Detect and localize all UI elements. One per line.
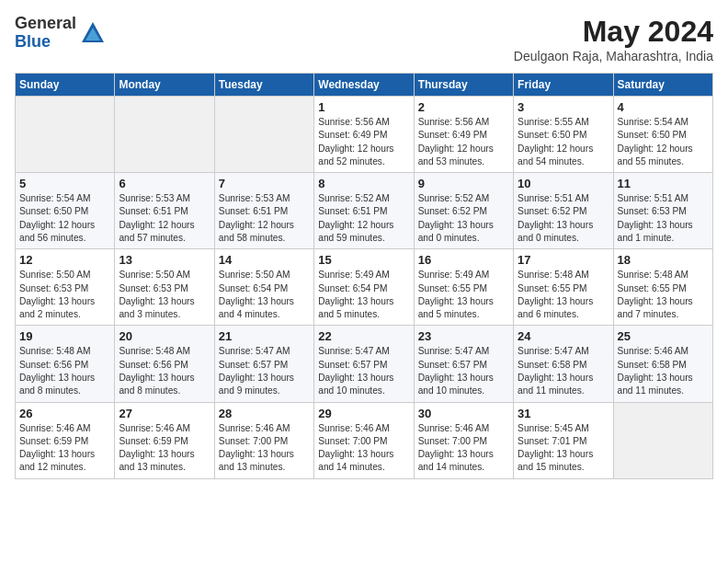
calendar-cell <box>613 402 712 478</box>
day-info: Sunrise: 5:48 AM Sunset: 6:55 PM Dayligh… <box>618 269 709 321</box>
day-number: 27 <box>119 407 210 420</box>
calendar-cell: 11Sunrise: 5:51 AM Sunset: 6:53 PM Dayli… <box>613 173 712 249</box>
day-number: 2 <box>418 100 509 114</box>
day-number: 14 <box>219 253 310 267</box>
day-info: Sunrise: 5:49 AM Sunset: 6:55 PM Dayligh… <box>418 269 509 321</box>
page-header: General Blue May 2024 Deulgaon Raja, Mah… <box>15 15 713 63</box>
day-number: 1 <box>318 100 409 114</box>
calendar-cell <box>115 97 214 173</box>
calendar-cell: 6Sunrise: 5:53 AM Sunset: 6:51 PM Daylig… <box>115 173 214 249</box>
calendar-cell: 8Sunrise: 5:52 AM Sunset: 6:51 PM Daylig… <box>314 173 414 249</box>
calendar-week-row: 5Sunrise: 5:54 AM Sunset: 6:50 PM Daylig… <box>16 173 713 249</box>
calendar-cell: 23Sunrise: 5:47 AM Sunset: 6:57 PM Dayli… <box>414 326 513 402</box>
day-info: Sunrise: 5:53 AM Sunset: 6:51 PM Dayligh… <box>219 192 310 245</box>
day-number: 10 <box>518 177 609 190</box>
day-info: Sunrise: 5:54 AM Sunset: 6:50 PM Dayligh… <box>618 116 709 168</box>
day-number: 4 <box>618 100 709 114</box>
calendar-cell: 16Sunrise: 5:49 AM Sunset: 6:55 PM Dayli… <box>414 249 513 326</box>
logo-icon <box>80 20 106 46</box>
day-info: Sunrise: 5:50 AM Sunset: 6:53 PM Dayligh… <box>119 269 210 321</box>
day-number: 11 <box>618 177 709 190</box>
calendar-cell: 13Sunrise: 5:50 AM Sunset: 6:53 PM Dayli… <box>115 249 214 326</box>
day-number: 25 <box>618 329 709 343</box>
day-number: 19 <box>19 329 110 343</box>
calendar-cell: 4Sunrise: 5:54 AM Sunset: 6:50 PM Daylig… <box>613 97 712 173</box>
day-number: 29 <box>318 407 409 420</box>
calendar-cell: 18Sunrise: 5:48 AM Sunset: 6:55 PM Dayli… <box>613 249 712 326</box>
header-row: SundayMondayTuesdayWednesdayThursdayFrid… <box>16 74 713 97</box>
day-number: 6 <box>119 177 210 190</box>
day-number: 26 <box>19 407 110 420</box>
day-info: Sunrise: 5:47 AM Sunset: 6:57 PM Dayligh… <box>318 345 409 397</box>
calendar-week-row: 19Sunrise: 5:48 AM Sunset: 6:56 PM Dayli… <box>16 326 713 402</box>
day-info: Sunrise: 5:56 AM Sunset: 6:49 PM Dayligh… <box>318 116 409 168</box>
day-info: Sunrise: 5:52 AM Sunset: 6:52 PM Dayligh… <box>418 192 509 245</box>
day-info: Sunrise: 5:50 AM Sunset: 6:53 PM Dayligh… <box>19 269 110 321</box>
day-number: 24 <box>518 329 609 343</box>
day-number: 17 <box>518 253 609 267</box>
calendar-cell: 17Sunrise: 5:48 AM Sunset: 6:55 PM Dayli… <box>514 249 613 326</box>
calendar-cell: 26Sunrise: 5:46 AM Sunset: 6:59 PM Dayli… <box>16 402 115 478</box>
calendar-cell: 1Sunrise: 5:56 AM Sunset: 6:49 PM Daylig… <box>314 97 414 173</box>
day-number: 23 <box>418 329 509 343</box>
logo-blue-text: Blue <box>15 33 76 52</box>
day-number: 5 <box>19 177 110 190</box>
day-info: Sunrise: 5:46 AM Sunset: 6:59 PM Dayligh… <box>119 422 210 475</box>
day-info: Sunrise: 5:54 AM Sunset: 6:50 PM Dayligh… <box>19 192 110 245</box>
day-info: Sunrise: 5:49 AM Sunset: 6:54 PM Dayligh… <box>318 269 409 321</box>
day-info: Sunrise: 5:55 AM Sunset: 6:50 PM Dayligh… <box>518 116 609 168</box>
day-number: 21 <box>219 329 310 343</box>
calendar-cell: 29Sunrise: 5:46 AM Sunset: 7:00 PM Dayli… <box>314 402 414 478</box>
calendar-cell: 2Sunrise: 5:56 AM Sunset: 6:49 PM Daylig… <box>414 97 513 173</box>
day-number: 12 <box>19 253 110 267</box>
day-info: Sunrise: 5:46 AM Sunset: 6:58 PM Dayligh… <box>618 345 709 397</box>
day-number: 22 <box>318 329 409 343</box>
day-number: 8 <box>318 177 409 190</box>
calendar-cell: 10Sunrise: 5:51 AM Sunset: 6:52 PM Dayli… <box>514 173 613 249</box>
day-number: 15 <box>318 253 409 267</box>
calendar-week-row: 1Sunrise: 5:56 AM Sunset: 6:49 PM Daylig… <box>16 97 713 173</box>
header-day: Tuesday <box>214 74 313 97</box>
day-info: Sunrise: 5:52 AM Sunset: 6:51 PM Dayligh… <box>318 192 409 245</box>
day-number: 7 <box>219 177 310 190</box>
day-info: Sunrise: 5:45 AM Sunset: 7:01 PM Dayligh… <box>518 422 609 475</box>
calendar-cell: 12Sunrise: 5:50 AM Sunset: 6:53 PM Dayli… <box>16 249 115 326</box>
logo-general-text: General <box>15 15 76 33</box>
calendar-cell: 19Sunrise: 5:48 AM Sunset: 6:56 PM Dayli… <box>16 326 115 402</box>
day-number: 13 <box>119 253 210 267</box>
calendar-cell <box>16 97 115 173</box>
calendar-cell <box>214 97 313 173</box>
calendar-cell: 28Sunrise: 5:46 AM Sunset: 7:00 PM Dayli… <box>214 402 313 478</box>
calendar-cell: 25Sunrise: 5:46 AM Sunset: 6:58 PM Dayli… <box>613 326 712 402</box>
day-info: Sunrise: 5:46 AM Sunset: 6:59 PM Dayligh… <box>19 422 110 475</box>
day-number: 18 <box>618 253 709 267</box>
calendar-cell: 3Sunrise: 5:55 AM Sunset: 6:50 PM Daylig… <box>514 97 613 173</box>
calendar-cell: 5Sunrise: 5:54 AM Sunset: 6:50 PM Daylig… <box>16 173 115 249</box>
calendar-cell: 14Sunrise: 5:50 AM Sunset: 6:54 PM Dayli… <box>214 249 313 326</box>
day-info: Sunrise: 5:50 AM Sunset: 6:54 PM Dayligh… <box>219 269 310 321</box>
calendar-cell: 27Sunrise: 5:46 AM Sunset: 6:59 PM Dayli… <box>115 402 214 478</box>
day-info: Sunrise: 5:48 AM Sunset: 6:56 PM Dayligh… <box>119 345 210 397</box>
calendar-cell: 24Sunrise: 5:47 AM Sunset: 6:58 PM Dayli… <box>514 326 613 402</box>
calendar-cell: 9Sunrise: 5:52 AM Sunset: 6:52 PM Daylig… <box>414 173 513 249</box>
day-number: 30 <box>418 407 509 420</box>
header-day: Monday <box>115 74 214 97</box>
calendar-week-row: 12Sunrise: 5:50 AM Sunset: 6:53 PM Dayli… <box>16 249 713 326</box>
header-day: Wednesday <box>314 74 414 97</box>
day-info: Sunrise: 5:46 AM Sunset: 7:00 PM Dayligh… <box>318 422 409 475</box>
day-number: 28 <box>219 407 310 420</box>
header-day: Saturday <box>613 74 712 97</box>
day-number: 31 <box>518 407 609 420</box>
day-info: Sunrise: 5:46 AM Sunset: 7:00 PM Dayligh… <box>418 422 509 475</box>
calendar-week-row: 26Sunrise: 5:46 AM Sunset: 6:59 PM Dayli… <box>16 402 713 478</box>
day-number: 3 <box>518 100 609 114</box>
logo: General Blue <box>15 15 106 52</box>
month-title: May 2024 <box>514 15 713 49</box>
day-info: Sunrise: 5:56 AM Sunset: 6:49 PM Dayligh… <box>418 116 509 168</box>
day-info: Sunrise: 5:46 AM Sunset: 7:00 PM Dayligh… <box>219 422 310 475</box>
day-info: Sunrise: 5:53 AM Sunset: 6:51 PM Dayligh… <box>119 192 210 245</box>
calendar-table: SundayMondayTuesdayWednesdayThursdayFrid… <box>15 73 713 479</box>
calendar-cell: 7Sunrise: 5:53 AM Sunset: 6:51 PM Daylig… <box>214 173 313 249</box>
day-number: 20 <box>119 329 210 343</box>
header-day: Thursday <box>414 74 513 97</box>
